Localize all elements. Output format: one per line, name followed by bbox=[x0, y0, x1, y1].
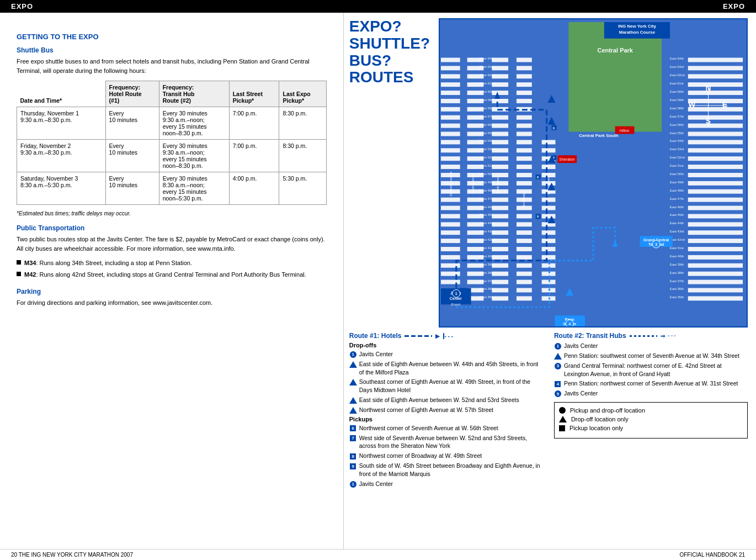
svg-rect-215 bbox=[688, 296, 743, 300]
svg-rect-192 bbox=[688, 107, 743, 112]
svg-text:Hilton: Hilton bbox=[620, 129, 630, 133]
svg-rect-92 bbox=[517, 66, 532, 70]
svg-rect-5 bbox=[441, 91, 460, 95]
svg-rect-205 bbox=[688, 214, 743, 218]
svg-rect-225 bbox=[542, 214, 556, 218]
svg-text:Central Park South: Central Park South bbox=[579, 133, 619, 138]
shuttle-subtitle: Shuttle Bus bbox=[17, 46, 327, 54]
svg-text:East 53rd: East 53rd bbox=[670, 147, 684, 151]
svg-text:West 38th: West 38th bbox=[479, 271, 494, 274]
svg-rect-103 bbox=[517, 156, 532, 161]
svg-rect-100 bbox=[517, 132, 532, 136]
svg-rect-198 bbox=[688, 156, 743, 161]
expo-title: EXPO? SHUTTLE?BUS? ROUTES bbox=[349, 18, 430, 86]
stop-triangle-icon bbox=[349, 378, 357, 386]
row3-freq2: Every 30 minutes8:30 a.m.–noon;every 15 … bbox=[159, 172, 229, 205]
svg-rect-26 bbox=[441, 263, 460, 268]
svg-rect-188 bbox=[688, 74, 743, 78]
table-note: *Estimated bus times; traffic delays may… bbox=[17, 210, 327, 216]
col-freq1: Frequency:Hotel Route(#1) bbox=[105, 81, 159, 107]
svg-text:East 48th: East 48th bbox=[670, 189, 684, 192]
svg-rect-78 bbox=[492, 198, 508, 202]
row3-date: Saturday, November 38:30 a.m.–5:30 p.m. bbox=[17, 172, 106, 205]
svg-rect-79 bbox=[492, 206, 508, 210]
svg-text:3: 3 bbox=[655, 242, 657, 246]
svg-rect-96 bbox=[517, 99, 532, 103]
route2-header: Route #2: Transit Hubs ⇒· · · bbox=[554, 332, 748, 340]
stop-item: 1 Javits Center bbox=[554, 342, 748, 350]
svg-rect-191 bbox=[688, 99, 743, 103]
stop-triangle-icon bbox=[349, 397, 357, 404]
svg-text:East 52nd: East 52nd bbox=[670, 156, 685, 159]
svg-text:1: 1 bbox=[455, 292, 457, 295]
svg-rect-197 bbox=[688, 148, 743, 152]
svg-rect-214 bbox=[688, 288, 743, 293]
table-row: Friday, November 29:30 a.m.–8:30 p.m. Ev… bbox=[17, 140, 327, 172]
svg-rect-105 bbox=[517, 173, 532, 177]
svg-rect-200 bbox=[688, 173, 743, 177]
svg-rect-77 bbox=[492, 189, 508, 194]
route-m34: M34: Runs along 34th Street, including a… bbox=[17, 258, 327, 268]
svg-text:West 50th: West 50th bbox=[479, 172, 494, 176]
svg-rect-7 bbox=[441, 107, 460, 112]
svg-text:East 38th: East 38th bbox=[670, 271, 684, 274]
stop-item: 4 Penn Station: northwest corner of Seve… bbox=[554, 379, 748, 388]
svg-rect-120 bbox=[517, 296, 532, 300]
svg-text:East 37th: East 37th bbox=[670, 279, 684, 283]
svg-rect-201 bbox=[688, 181, 743, 186]
svg-rect-230 bbox=[542, 255, 556, 260]
stop-item: 9 South side of W. 45th Street between B… bbox=[349, 462, 543, 478]
svg-rect-93 bbox=[517, 74, 532, 78]
svg-rect-228 bbox=[542, 239, 556, 243]
svg-text:West 46th: West 46th bbox=[479, 205, 494, 209]
right-panel: EXPO? SHUTTLE?BUS? ROUTES bbox=[344, 13, 756, 549]
pickups-label: Pickups bbox=[349, 416, 543, 422]
svg-rect-3 bbox=[441, 74, 460, 78]
bullet-icon bbox=[17, 272, 21, 276]
stop-circle-icon: 1 bbox=[554, 342, 562, 350]
svg-rect-115 bbox=[517, 255, 532, 260]
svg-rect-88 bbox=[492, 280, 508, 284]
stop-circle-icon: 1 bbox=[349, 480, 357, 488]
row3-last-expo: 5:30 p.m. bbox=[279, 172, 326, 205]
svg-text:West 39th: West 39th bbox=[479, 263, 494, 266]
svg-text:West 62nd: West 62nd bbox=[479, 73, 494, 77]
svg-text:East 44th: East 44th bbox=[670, 221, 684, 225]
stop-square-icon: 7 bbox=[349, 435, 357, 442]
svg-rect-224 bbox=[542, 206, 556, 210]
svg-rect-208 bbox=[688, 239, 743, 243]
svg-rect-112 bbox=[517, 230, 532, 235]
svg-text:East 55th: East 55th bbox=[670, 131, 684, 135]
svg-rect-70 bbox=[492, 132, 508, 136]
row2-date: Friday, November 29:30 a.m.–8:30 p.m. bbox=[17, 140, 106, 172]
svg-rect-9 bbox=[441, 124, 460, 128]
svg-rect-1 bbox=[441, 58, 460, 62]
svg-rect-202 bbox=[688, 189, 743, 194]
schedule-table: Date and Time* Frequency:Hotel Route(#1)… bbox=[17, 81, 327, 205]
svg-rect-111 bbox=[517, 222, 532, 226]
svg-rect-210 bbox=[688, 255, 743, 260]
svg-rect-66 bbox=[492, 99, 508, 103]
left-panel: GETTING TO THE EXPO Shuttle Bus Free exp… bbox=[0, 13, 344, 549]
svg-text:4: 4 bbox=[568, 322, 571, 326]
svg-rect-82 bbox=[492, 230, 508, 235]
svg-text:East 49th: East 49th bbox=[670, 181, 684, 184]
dropoffs-label: Drop-offs bbox=[349, 342, 543, 348]
svg-text:West 63rd: West 63rd bbox=[479, 65, 494, 68]
row2-last-street: 7:00 p.m. bbox=[229, 140, 279, 172]
stop-item: Penn Station: southwest corner of Sevent… bbox=[554, 352, 748, 360]
col-freq2: Frequency:Transit HubRoute (#2) bbox=[159, 81, 229, 107]
svg-rect-118 bbox=[517, 280, 532, 284]
stop-item: 8 Northwest corner of Broadway at W. 49t… bbox=[349, 452, 543, 460]
route2-line-icon bbox=[630, 335, 657, 337]
svg-rect-204 bbox=[688, 206, 743, 210]
svg-text:West 36th: West 36th bbox=[479, 287, 494, 290]
stop-square-icon: 9 bbox=[349, 462, 357, 470]
svg-rect-203 bbox=[688, 198, 743, 202]
row1-last-expo: 8:30 p.m. bbox=[279, 107, 326, 140]
svg-text:West 55th: West 55th bbox=[479, 131, 494, 135]
svg-rect-81 bbox=[492, 222, 508, 226]
svg-text:Tenth Avenue: Tenth Avenue bbox=[471, 173, 475, 194]
section-title: GETTING TO THE EXPO bbox=[17, 33, 327, 41]
page-left: 20 THE ING NEW YORK CITY MARATHON 2007 bbox=[11, 552, 133, 558]
